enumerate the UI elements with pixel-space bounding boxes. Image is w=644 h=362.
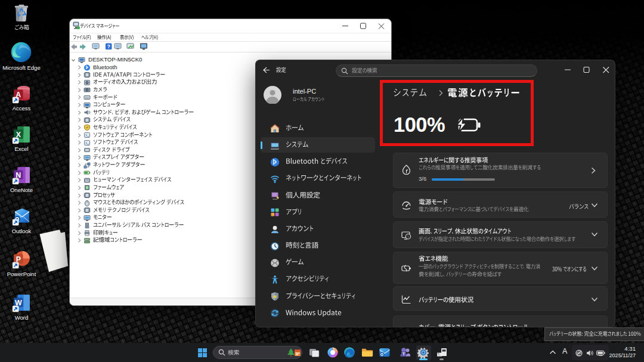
svg-text:T: T xyxy=(402,352,405,356)
svg-text:?: ? xyxy=(107,44,110,49)
